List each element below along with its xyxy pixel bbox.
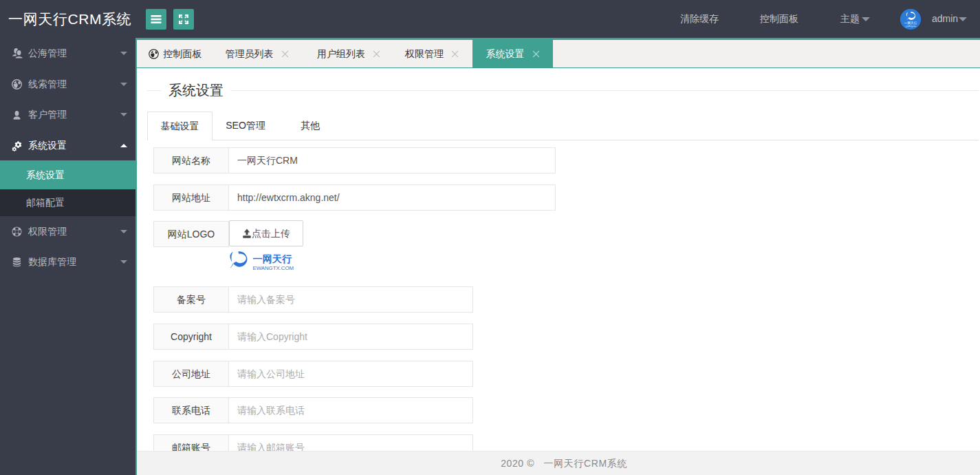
svg-text:互联网行业优选: 互联网行业优选 [905,25,916,28]
svg-text:一网天行: 一网天行 [253,253,293,264]
svg-text:一网天行: 一网天行 [904,21,917,25]
svg-text:EWANGTX.COM: EWANGTX.COM [253,265,294,271]
